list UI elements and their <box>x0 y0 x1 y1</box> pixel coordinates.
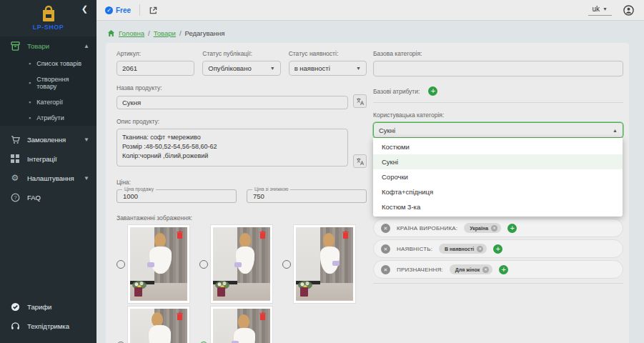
add-value-button[interactable]: + <box>507 224 517 233</box>
question-circle-icon: ? <box>10 193 20 202</box>
delete-image-button[interactable] <box>177 312 183 320</box>
product-name-input[interactable] <box>117 96 348 109</box>
add-value-button[interactable]: + <box>493 244 502 254</box>
user-avatar-icon[interactable] <box>623 5 634 16</box>
description-row: Тканина: софт +мереживо Розмір :48-50,52… <box>117 129 367 169</box>
delete-image-button[interactable] <box>177 231 183 239</box>
dropdown-option[interactable]: Сорочки <box>373 169 623 184</box>
external-link-icon[interactable] <box>149 6 158 15</box>
sidebar-item-label: Товари <box>27 42 49 50</box>
custom-category-select[interactable]: Сукні ▲ <box>373 122 623 138</box>
sidebar-item-settings[interactable]: ⚙ Налаштування ▼ <box>0 168 96 188</box>
breadcrumb-separator: / <box>179 29 182 37</box>
remove-attribute-button[interactable]: ✕ <box>381 224 390 233</box>
publish-status-select[interactable]: Опубліковано ▼ <box>202 61 280 76</box>
sidebar-footer: Тарифи Техпідтримка <box>0 297 96 343</box>
plan-badge[interactable]: ✓ Free <box>105 6 131 14</box>
sidebar-item-product-create[interactable]: ▪ Створення товару <box>0 71 96 94</box>
chevron-down-icon: ▼ <box>84 136 89 143</box>
chevron-down-icon: ▼ <box>84 175 89 182</box>
dropdown-option[interactable]: Костюми <box>373 139 623 154</box>
sku-input[interactable] <box>117 61 194 76</box>
sidebar-item-attributes[interactable]: ▪ Атрибути <box>0 110 96 126</box>
gear-icon: ⚙ <box>10 173 20 183</box>
sidebar-item-product-list[interactable]: ▪ Список товарів <box>0 56 96 71</box>
sidebar-item-label: FAQ <box>27 194 41 202</box>
products-icon <box>10 41 20 51</box>
add-base-attribute-button[interactable]: + <box>428 86 437 96</box>
translate-icon <box>356 157 365 166</box>
dropdown-option[interactable]: Кофта+спідниця <box>373 184 623 199</box>
breadcrumb-home[interactable]: Головна <box>119 29 144 37</box>
image-radio[interactable] <box>199 260 208 269</box>
sidebar-item-label: Інтеграції <box>27 155 57 163</box>
top-field-row: Артикул: Статус публікації: Опубліковано… <box>117 50 367 76</box>
sidebar-item-orders[interactable]: Замовлення ▼ <box>0 130 96 149</box>
sale-price-field[interactable]: Ціна продажу 1000 <box>117 189 237 203</box>
sidebar-item-label: Техпідтримка <box>27 322 69 330</box>
discount-price-field[interactable]: Ціна зі знижкою 750 <box>247 189 367 203</box>
delete-image-button[interactable] <box>259 312 266 320</box>
sidebar-item-categories[interactable]: ▪ Категорії <box>0 94 96 110</box>
plan-badge-label: Free <box>116 6 131 14</box>
translate-name-button[interactable] <box>353 94 367 108</box>
stock-status-select[interactable]: в наявності ▼ <box>289 61 367 76</box>
delete-image-button[interactable] <box>259 231 266 239</box>
sku-label: Артикул: <box>117 50 194 57</box>
image-radio[interactable] <box>117 260 125 269</box>
delete-image-button[interactable] <box>342 231 349 239</box>
dropdown-option-selected[interactable]: Сукні <box>373 154 623 169</box>
custom-category-label: Користувацька категорія: <box>373 111 623 119</box>
publish-status-group: Статус публікації: Опубліковано ▼ <box>202 50 280 76</box>
base-category-input[interactable] <box>373 61 623 76</box>
attribute-chip: Україна ✕ <box>464 223 501 233</box>
attribute-name: КРАЇНА ВИРОБНИКА: <box>397 225 457 232</box>
language-select[interactable]: uk ▼ <box>588 5 613 16</box>
custom-category-dropdown: Костюми Сукні Сорочки Кофта+спідниця Кос… <box>373 138 623 217</box>
remove-chip-button[interactable]: ✕ <box>482 267 489 273</box>
image-radio[interactable] <box>282 260 291 269</box>
discount-price-value: 750 <box>253 192 264 200</box>
sidebar-collapse-icon[interactable]: ❮ <box>81 4 88 14</box>
breadcrumb: Головна / Товари / Редагування <box>106 26 629 43</box>
caret-down-icon: ▼ <box>603 6 608 11</box>
custom-category-value: Сукні <box>379 126 395 134</box>
sidebar-item-faq[interactable]: ? FAQ <box>0 188 96 207</box>
sidebar-item-tariffs[interactable]: Тарифи <box>0 297 96 317</box>
sidebar: LP-SHOP ❮ Товари ▲ ▪ Список товарів ▪ Ст… <box>0 0 96 343</box>
check-badge-icon <box>10 302 20 312</box>
remove-attribute-button[interactable]: ✕ <box>381 265 390 274</box>
remove-attribute-button[interactable]: ✕ <box>381 244 390 254</box>
sidebar-item-integrations[interactable]: Інтеграції <box>0 149 96 168</box>
trash-icon <box>259 312 266 320</box>
add-value-button[interactable]: + <box>499 265 508 274</box>
main-area: ✓ Free uk ▼ Головна / Товари / Редагуван… <box>96 0 644 343</box>
left-column: Артикул: Статус публікації: Опубліковано… <box>117 50 367 343</box>
image-cell <box>199 225 282 303</box>
dropdown-option[interactable]: Костюм 3-ка <box>373 199 623 214</box>
product-photo <box>294 225 355 303</box>
bullet-icon: ▪ <box>29 114 31 121</box>
chevron-up-icon: ▲ <box>84 43 89 49</box>
sidebar-item-products[interactable]: Товари ▲ <box>0 36 96 56</box>
breadcrumb-separator: / <box>148 29 150 37</box>
description-textarea[interactable]: Тканина: софт +мереживо Розмір :48-50,52… <box>117 129 348 166</box>
stock-status-group: Статус наявності: в наявності ▼ <box>289 50 367 76</box>
trash-icon <box>342 231 349 239</box>
remove-chip-button[interactable]: ✕ <box>477 246 483 252</box>
topbar-right: uk ▼ <box>588 5 635 16</box>
sidebar-item-label: Налаштування <box>27 174 74 182</box>
sale-price-legend: Ціна продажу <box>122 187 156 192</box>
content: Головна / Товари / Редагування Артикул: … <box>96 21 644 343</box>
remove-chip-button[interactable]: ✕ <box>491 225 497 232</box>
sub-item-label: Категорії <box>36 99 63 106</box>
breadcrumb-products[interactable]: Товари <box>154 29 176 37</box>
translate-description-button[interactable] <box>353 154 367 168</box>
image-cell <box>117 307 199 343</box>
sub-item-label: Атрибути <box>36 114 64 121</box>
sidebar-item-support[interactable]: Техпідтримка <box>0 317 96 336</box>
verified-badge-icon: ✓ <box>105 6 113 14</box>
attribute-pill-availability: ✕ НАЯВНІСТЬ: В наявності ✕ + <box>373 239 623 258</box>
sidebar-item-label: Замовлення <box>27 136 66 144</box>
product-photo <box>128 225 189 303</box>
